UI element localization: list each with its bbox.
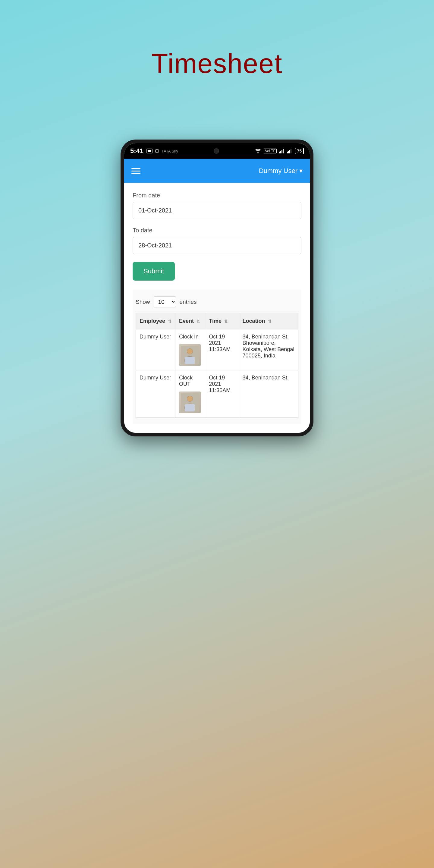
svg-rect-20 [185, 404, 195, 411]
svg-rect-8 [287, 152, 288, 153]
status-time: 5:41 [130, 147, 144, 155]
show-label: Show [135, 299, 150, 305]
logo-icon: i [154, 149, 160, 153]
timesheet-table-section: Show 10 25 50 100 entries Employee ⇅ [133, 290, 301, 424]
dropdown-arrow-icon: ▾ [299, 167, 303, 175]
person-photo-svg [181, 346, 199, 364]
cell-employee-1: Dummy User [136, 330, 176, 370]
svg-rect-1 [148, 150, 151, 152]
show-entries-row: Show 10 25 50 100 entries [135, 296, 299, 307]
user-name: Dummy User [259, 167, 298, 175]
col-location: Location ⇅ [239, 313, 298, 330]
wifi-icon [255, 149, 261, 153]
status-left: 5:41 i TATA Sky [130, 147, 178, 155]
svg-rect-5 [280, 151, 281, 153]
svg-text:i: i [157, 150, 157, 153]
table-header-row: Employee ⇅ Event ⇅ Time ⇅ Location ⇅ [136, 313, 299, 330]
person-photo-svg-2 [181, 393, 199, 411]
col-event: Event ⇅ [176, 313, 205, 330]
battery-indicator: 75 [295, 148, 304, 154]
svg-rect-10 [289, 150, 290, 153]
submit-button[interactable]: Submit [133, 262, 175, 281]
status-bar: 5:41 i TATA Sky [124, 143, 310, 159]
svg-rect-6 [281, 150, 282, 153]
entries-select[interactable]: 10 25 50 100 [154, 296, 176, 307]
status-app-icons: i TATA Sky [147, 149, 178, 153]
cell-location-2: 34, Beninandan St, [239, 370, 298, 418]
sort-icon-time[interactable]: ⇅ [224, 319, 228, 324]
sort-icon-event[interactable]: ⇅ [196, 319, 200, 324]
sort-icon-location[interactable]: ⇅ [268, 319, 272, 324]
from-date-input[interactable] [133, 202, 301, 219]
signal-icon-1 [279, 149, 284, 153]
volte-icon: VoLTE [264, 149, 277, 153]
svg-rect-9 [288, 151, 289, 153]
svg-point-16 [187, 349, 193, 354]
battery-level: 75 [297, 149, 302, 153]
col-time: Time ⇅ [205, 313, 239, 330]
hamburger-menu[interactable] [131, 168, 141, 174]
col-employee: Employee ⇅ [136, 313, 176, 330]
event-label-2: Clock OUT [179, 375, 201, 387]
svg-point-21 [187, 396, 193, 401]
employee-photo-1 [179, 344, 201, 366]
user-dropdown[interactable]: Dummy User ▾ [259, 167, 303, 175]
cell-event-2: Clock OUT [176, 370, 205, 418]
navigation-bar: Dummy User ▾ [124, 159, 310, 183]
cell-time-2: Oct 19 2021 11:35AM [205, 370, 239, 418]
svg-rect-7 [283, 149, 284, 153]
to-date-input[interactable] [133, 237, 301, 254]
signal-icon-2 [287, 149, 292, 153]
sim-icon [147, 149, 153, 153]
sort-icon-employee[interactable]: ⇅ [168, 319, 172, 324]
main-content: From date To date Submit Show 10 25 50 1… [124, 183, 310, 433]
tata-sky-label: TATA Sky [161, 149, 178, 153]
cell-time-1: Oct 19 2021 11:33AM [205, 330, 239, 370]
employee-photo-2 [179, 392, 201, 413]
phone-frame: 5:41 i TATA Sky [121, 140, 313, 436]
filter-form: From date To date Submit [133, 192, 301, 290]
table-row: Dummy User Clock In [136, 330, 299, 370]
status-right: VoLTE 75 [255, 148, 304, 154]
svg-rect-15 [185, 357, 195, 364]
event-label-1: Clock In [179, 334, 201, 340]
entries-label: entries [180, 299, 197, 305]
cell-employee-2: Dummy User [136, 370, 176, 418]
to-date-label: To date [133, 227, 301, 234]
table-row: Dummy User Clock OUT [136, 370, 299, 418]
phone-screen: 5:41 i TATA Sky [124, 143, 310, 433]
front-camera [214, 148, 219, 154]
page-title: Timesheet [152, 48, 283, 79]
cell-location-1: 34, Beninandan St, Bhowanipore, Kolkata,… [239, 330, 298, 370]
from-date-label: From date [133, 192, 301, 199]
cell-event-1: Clock In [176, 330, 205, 370]
svg-rect-11 [290, 149, 291, 153]
timesheet-table: Employee ⇅ Event ⇅ Time ⇅ Location ⇅ [135, 313, 299, 418]
svg-rect-4 [279, 152, 280, 153]
